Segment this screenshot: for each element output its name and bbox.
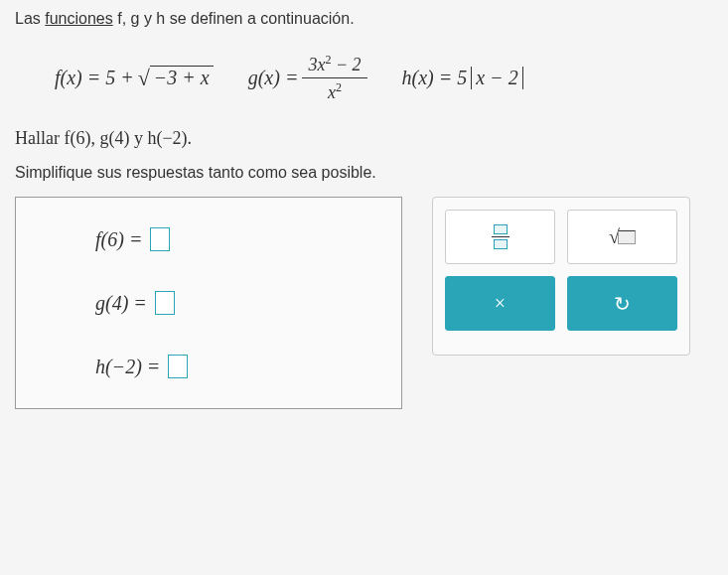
- answer-g-input[interactable]: [155, 291, 175, 315]
- sqrt-button[interactable]: √: [567, 210, 677, 264]
- math-toolbar: √ × ↻: [432, 197, 690, 356]
- answer-h-row: h(−2) =: [95, 355, 371, 378]
- g-lhs: g(x) =: [248, 67, 299, 89]
- equations-row: f(x) = 5 + √−3 + x g(x) = 3x2 − 2 x2 h(x…: [55, 53, 713, 103]
- answer-g-label: g(4) =: [95, 292, 147, 315]
- times-icon: ×: [495, 292, 506, 315]
- sqrt-icon: √: [609, 225, 636, 248]
- undo-icon: ↻: [614, 292, 631, 316]
- task-text: Hallar f(6), g(4) y h(−2).: [15, 128, 713, 149]
- answer-f-label: f(6) =: [95, 228, 142, 251]
- answer-f-input[interactable]: [150, 227, 170, 251]
- fraction-button[interactable]: [445, 210, 555, 264]
- functions-link[interactable]: funciones: [45, 10, 113, 27]
- equation-f: f(x) = 5 + √−3 + x: [55, 66, 214, 91]
- g-num-a: 3x: [308, 55, 325, 74]
- answer-panel: f(6) = g(4) = h(−2) =: [15, 197, 402, 409]
- intro-text: Las funciones f, g y h se definen a cont…: [15, 10, 713, 28]
- f-sqrt-arg: −3 + x: [150, 66, 214, 89]
- h-lhs: h(x) = 5: [402, 67, 468, 89]
- fraction-icon: [492, 224, 510, 250]
- abs-bars: x − 2: [471, 67, 522, 89]
- sqrt-icon: √−3 + x: [138, 66, 214, 91]
- equation-g: g(x) = 3x2 − 2 x2: [248, 53, 367, 103]
- g-den-a: x: [328, 82, 336, 102]
- undo-button[interactable]: ↻: [567, 276, 677, 331]
- answer-f-row: f(6) =: [95, 227, 371, 251]
- simplify-text: Simplifique sus respuestas tanto como se…: [15, 164, 713, 182]
- intro-prefix: Las: [15, 10, 45, 27]
- intro-suffix: f, g y h se definen a continuación.: [113, 10, 355, 27]
- clear-button[interactable]: ×: [445, 276, 555, 331]
- fraction-icon: 3x2 − 2 x2: [302, 53, 366, 103]
- equation-h: h(x) = 5 x − 2: [402, 67, 523, 89]
- answer-h-input[interactable]: [168, 355, 188, 378]
- f-lhs: f(x) = 5 +: [55, 67, 134, 89]
- answer-h-label: h(−2) =: [95, 356, 160, 378]
- g-den-exp: 2: [336, 80, 342, 94]
- g-num-b: − 2: [331, 55, 361, 74]
- answer-g-row: g(4) =: [95, 291, 371, 315]
